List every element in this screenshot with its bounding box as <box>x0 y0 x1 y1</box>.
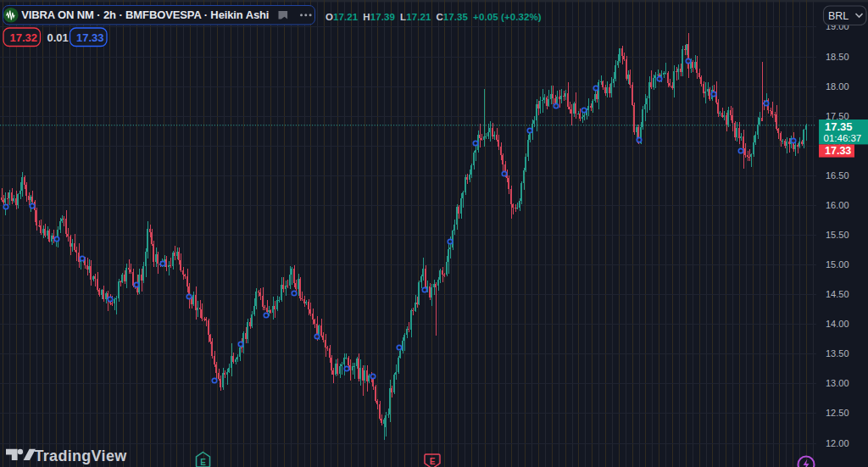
svg-text:BRL: BRL <box>828 10 849 22</box>
svg-text:18.00: 18.00 <box>826 81 849 92</box>
svg-text:E: E <box>430 457 436 466</box>
svg-text:16.50: 16.50 <box>826 170 849 181</box>
svg-text:13.50: 13.50 <box>826 348 849 359</box>
svg-text:12.00: 12.00 <box>826 438 849 448</box>
svg-text:16.00: 16.00 <box>826 200 849 210</box>
svg-text:15.00: 15.00 <box>826 259 849 270</box>
svg-text:TradingView: TradingView <box>35 448 128 464</box>
svg-text:18.50: 18.50 <box>826 52 849 62</box>
svg-text:01:46:37: 01:46:37 <box>824 133 862 143</box>
svg-text:12.50: 12.50 <box>826 408 849 418</box>
svg-text:17.32: 17.32 <box>10 31 38 44</box>
svg-text:E: E <box>200 458 206 467</box>
svg-text:VIBRA ON NM · 2h · BMFBOVESPA: VIBRA ON NM · 2h · BMFBOVESPA · Heikin A… <box>21 8 269 21</box>
svg-text:17.33: 17.33 <box>76 31 104 44</box>
svg-text:14.00: 14.00 <box>826 319 849 329</box>
svg-text:17.35: 17.35 <box>825 120 853 133</box>
svg-text:0.01: 0.01 <box>47 31 69 44</box>
svg-text:15.50: 15.50 <box>826 230 849 240</box>
svg-text:17.33: 17.33 <box>825 145 851 157</box>
svg-text:14.50: 14.50 <box>826 289 849 299</box>
svg-text:13.00: 13.00 <box>826 378 849 388</box>
